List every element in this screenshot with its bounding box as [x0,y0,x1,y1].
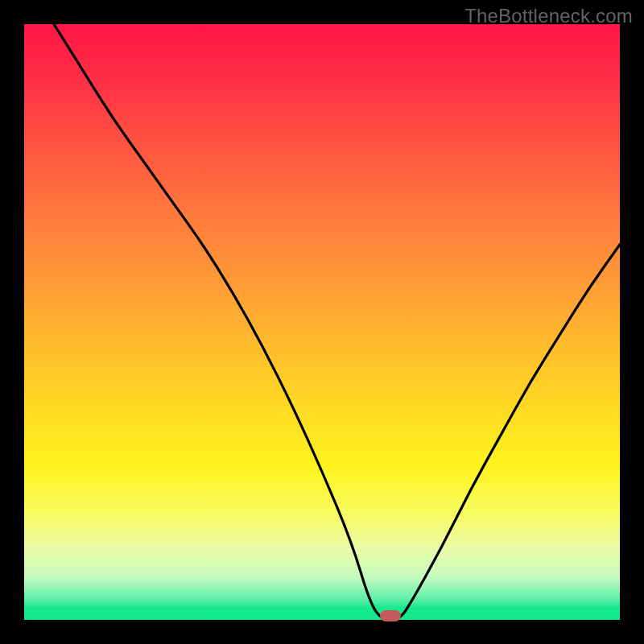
bottleneck-curve [24,24,620,620]
minimum-marker [380,610,401,621]
chart-frame: TheBottleneck.com [0,0,644,644]
plot-area [24,24,620,620]
watermark-text: TheBottleneck.com [464,5,633,27]
